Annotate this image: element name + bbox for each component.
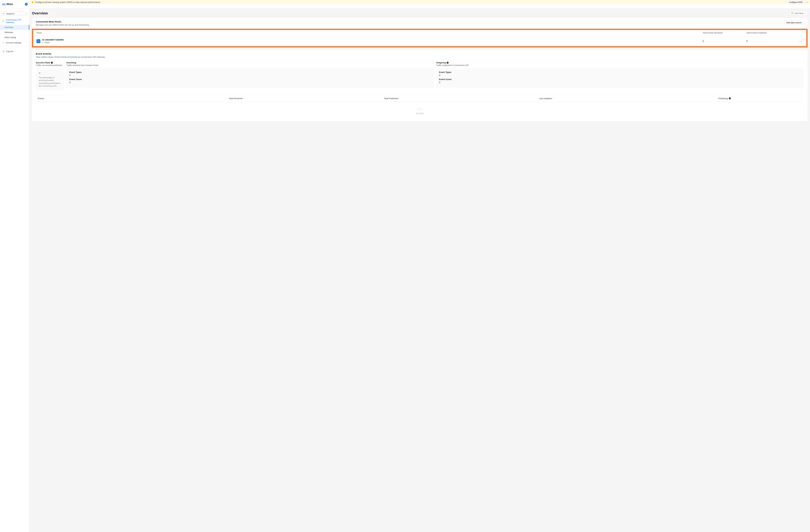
svg-point-0 — [3, 42, 3, 43]
person-icon — [26, 3, 27, 5]
info-icon[interactable]: i — [729, 97, 731, 99]
sort-icon: ▲▼ — [399, 97, 401, 99]
metric-success: Success Rate i Traffic successfully publ… — [36, 61, 64, 90]
rocket-icon — [2, 20, 4, 22]
page-title: Overview — [32, 11, 48, 15]
logout-label: Log out — [6, 50, 13, 52]
logout-button[interactable]: Log out — [0, 48, 29, 54]
configure-dns-button[interactable]: Configure DNS — [787, 0, 804, 4]
col-events[interactable]: Events — [38, 97, 229, 100]
gear-icon — [2, 41, 4, 44]
chevron-down-icon: ▾ — [805, 12, 806, 14]
nav-item-account-settings[interactable]: Account settings ˅ — [0, 40, 29, 45]
incoming-types-label: Event Types — [69, 71, 431, 74]
events-empty-state: No Data — [36, 102, 804, 118]
nav-item-label: Overview — [4, 26, 13, 29]
nav-item-label: Data routing — [4, 36, 16, 38]
status-dot-icon — [42, 42, 43, 43]
success-desc: The percentage of processed events succe… — [39, 76, 61, 88]
col-total-published[interactable]: Total Published ▲▼ — [384, 97, 539, 100]
pixel-row-menu-button[interactable]: ⋯ — [798, 39, 803, 43]
col-received: Total Events Received — [702, 32, 746, 34]
main-content: Overview Last Hour ▾ Connected Meta Pixe… — [30, 9, 810, 532]
calendar-icon — [791, 12, 793, 14]
banner-close-icon[interactable]: ✕ — [806, 1, 808, 3]
events-table: Events Total Received ▲▼ Total Published… — [36, 95, 804, 118]
sort-icon: ▲▼ — [553, 97, 554, 99]
incoming-count-value: 0 — [69, 81, 431, 84]
connected-pixels-card: Connected Meta Pixels Manage how your Me… — [32, 18, 808, 47]
incoming-types-value: 0 — [69, 74, 431, 77]
outgoing-subtitle: Traffic published to Conversions API — [436, 64, 804, 66]
topbar: Meta Configure domain naming system (DNS… — [0, 0, 810, 9]
sort-icon: ▲▼ — [243, 97, 245, 99]
divider — [0, 47, 29, 47]
dns-banner: Configure domain naming system (DNS) to … — [30, 0, 810, 4]
nav-item-label: Websites — [4, 31, 13, 34]
outgoing-title: Outgoing — [436, 61, 446, 64]
brand-text: Meta — [6, 3, 13, 6]
col-last-updated[interactable]: Last Updated ▲▼ — [539, 97, 718, 100]
pixels-card-subtitle: Manage how your Meta Pixels are set up a… — [36, 24, 90, 26]
pixel-row[interactable]: ID 1683499771828485 Active 0 0 ⋯ — [33, 36, 806, 46]
metric-incoming: Incoming Traffic received from browser P… — [66, 61, 434, 90]
pixel-status: Active — [42, 41, 64, 44]
pixel-icon — [36, 39, 40, 43]
outgoing-count-value: 0 — [439, 81, 801, 84]
success-title: Success Rate — [36, 61, 50, 64]
col-publishing[interactable]: Publishing i — [718, 97, 802, 100]
account-name: elxglokw — [6, 13, 14, 15]
outgoing-types-value: 0 — [439, 74, 801, 77]
outgoing-count-label: Event Count — [439, 78, 801, 81]
svg-rect-1 — [791, 13, 793, 14]
sidebar: E elxglokw ▾ Conversions API Gateway ˄ O… — [0, 9, 30, 532]
pixel-events-published: 0 — [746, 40, 790, 43]
account-avatar-icon: E — [3, 13, 5, 15]
pixels-table-header: Pixels Total Events Received Total Event… — [33, 30, 806, 36]
pixel-id: ID 1683499771828485 — [42, 38, 64, 41]
add-data-source-button[interactable]: Add data source — [784, 20, 804, 25]
account-switcher[interactable]: E elxglokw ▾ — [1, 12, 28, 16]
activity-title: Event Activity — [36, 52, 804, 55]
nav-settings-label: Account settings — [6, 42, 21, 44]
nav-group-conversions-api[interactable]: Conversions API Gateway ˄ — [0, 17, 29, 25]
time-range-selector[interactable]: Last Hour ▾ — [790, 11, 808, 15]
pixels-table-highlight: Pixels Total Events Received Total Event… — [32, 29, 808, 47]
incoming-count-label: Event Count — [69, 78, 431, 81]
time-range-label: Last Hour — [795, 12, 804, 14]
inbox-empty-icon — [417, 107, 422, 111]
col-published: Total Events Published — [746, 32, 790, 34]
success-subtitle: Traffic successfully published — [36, 64, 64, 66]
pixels-card-title: Connected Meta Pixels — [36, 20, 90, 23]
incoming-subtitle: Traffic received from browser Pixels — [66, 64, 434, 66]
chevron-down-icon: ▾ — [26, 13, 26, 15]
nav-item-websites[interactable]: Websites — [0, 30, 29, 35]
events-table-header: Events Total Received ▲▼ Total Published… — [36, 95, 804, 102]
nav-item-data-routing[interactable]: Data routing — [0, 35, 29, 40]
col-pixels: Pixels — [36, 32, 702, 34]
banner-text: Configure domain naming system (DNS) to … — [35, 1, 101, 3]
activity-subtitle: View metrics about recent events process… — [36, 56, 804, 58]
metrics-row: Success Rate i Traffic successfully publ… — [36, 61, 804, 90]
page-head: Overview Last Hour ▾ — [32, 11, 808, 15]
nav-item-overview[interactable]: Overview — [0, 25, 29, 30]
chevron-up-icon: ˄ — [26, 20, 27, 22]
warning-dot-icon — [32, 1, 33, 3]
empty-text: No Data — [416, 112, 424, 115]
user-avatar[interactable] — [25, 3, 28, 6]
ellipsis-icon: ⋯ — [800, 40, 802, 43]
pixel-events-received: 0 — [702, 40, 746, 43]
nav-group-label: Conversions API Gateway — [6, 19, 26, 23]
outgoing-types-label: Event Types — [439, 71, 801, 74]
col-total-received[interactable]: Total Received ▲▼ — [229, 97, 384, 100]
logout-icon — [2, 50, 4, 52]
info-icon[interactable]: i — [51, 62, 53, 64]
meta-logo-icon — [2, 3, 5, 5]
success-value: – — [39, 71, 61, 75]
metric-outgoing: Outgoing i Traffic published to Conversi… — [436, 61, 804, 90]
incoming-title: Incoming — [66, 61, 76, 64]
info-icon[interactable]: i — [447, 62, 449, 64]
event-activity-card: Event Activity View metrics about recent… — [32, 50, 808, 121]
chevron-down-icon: ˅ — [26, 42, 27, 44]
